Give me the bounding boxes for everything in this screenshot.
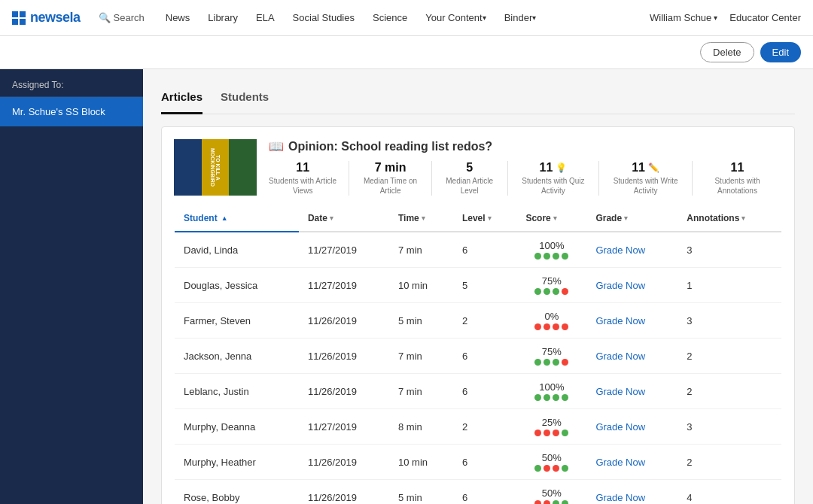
grade-now-link[interactable]: Grade Now	[595, 386, 645, 397]
dot-green	[553, 359, 559, 366]
cell-grade[interactable]: Grade Now	[586, 409, 678, 445]
tab-articles[interactable]: Articles	[161, 84, 202, 114]
cell-grade[interactable]: Grade Now	[586, 232, 678, 268]
grade-now-link[interactable]: Grade Now	[595, 492, 645, 503]
dot-green	[534, 394, 541, 401]
table-row: Douglas, Jessica11/27/201910 min575%Grad…	[175, 268, 782, 303]
article-title: 📖 Opinion: School reading list redos?	[269, 139, 782, 153]
score-percentage: 0%	[544, 311, 559, 322]
nav-educator-center[interactable]: Educator Center	[729, 12, 801, 23]
edit-button[interactable]: Edit	[760, 42, 801, 62]
logo[interactable]: newsela	[12, 10, 81, 26]
cell-student: Murphy, Deanna	[175, 409, 299, 445]
cell-level: 6	[453, 232, 516, 268]
th-student[interactable]: Student ▲	[175, 205, 299, 232]
cell-grade[interactable]: Grade Now	[586, 268, 678, 303]
cell-score: 50%	[516, 445, 586, 480]
cell-grade[interactable]: Grade Now	[586, 303, 678, 339]
delete-button[interactable]: Delete	[700, 42, 754, 62]
action-bar: Delete Edit	[0, 36, 813, 69]
table-row: Leblanc, Justin11/26/20197 min6100%Grade…	[175, 374, 782, 409]
quiz-icon: 💡	[556, 162, 567, 173]
tabs: Articles Students	[161, 84, 795, 114]
score-dots	[534, 288, 568, 295]
score-percentage: 50%	[542, 452, 562, 463]
dot-red	[553, 465, 559, 472]
filter-arrow-score: ▾	[553, 214, 557, 222]
dot-red	[534, 500, 541, 504]
th-grade[interactable]: Grade ▾	[586, 205, 678, 232]
grade-now-link[interactable]: Grade Now	[595, 315, 645, 326]
table-row: Murphy, Heather11/26/201910 min650%Grade…	[175, 445, 782, 480]
cell-score: 100%	[516, 232, 586, 268]
table-row: Farmer, Steven11/26/20195 min20%Grade No…	[175, 303, 782, 339]
th-score[interactable]: Score ▾	[516, 205, 586, 232]
students-table: Student ▲ Date ▾ Time	[174, 205, 782, 504]
dot-green	[544, 394, 550, 401]
cell-grade[interactable]: Grade Now	[586, 339, 678, 374]
search-button[interactable]: 🔍 Search	[93, 9, 151, 26]
nav-binder[interactable]: Binder	[495, 0, 546, 36]
cell-date: 11/26/2019	[299, 445, 389, 480]
grade-now-link[interactable]: Grade Now	[595, 457, 645, 468]
score-percentage: 100%	[539, 240, 564, 251]
score-dots	[534, 359, 568, 366]
cell-annotations: 2	[678, 374, 781, 409]
dot-red	[544, 465, 550, 472]
nav-user[interactable]: William Schue	[650, 12, 717, 23]
nav-your-content[interactable]: Your Content	[416, 0, 495, 36]
dot-green	[562, 500, 568, 504]
article-header: TO KILL A MOCKINGBIRD 📖 Opinion: School …	[174, 139, 782, 196]
article-info: 📖 Opinion: School reading list redos? 11…	[269, 139, 782, 196]
grade-now-link[interactable]: Grade Now	[595, 244, 645, 256]
cell-grade[interactable]: Grade Now	[586, 374, 678, 409]
cell-date: 11/27/2019	[299, 232, 389, 268]
score-percentage: 100%	[539, 381, 564, 393]
dot-green	[562, 465, 568, 472]
cell-grade[interactable]: Grade Now	[586, 480, 678, 505]
dot-red	[544, 323, 550, 330]
dot-green	[553, 394, 559, 401]
cell-student: Farmer, Steven	[175, 303, 299, 339]
cell-score: 25%	[516, 409, 586, 445]
dot-red	[534, 430, 541, 436]
score-dots	[534, 323, 568, 330]
nav-news[interactable]: News	[157, 0, 199, 36]
article-image: TO KILL A MOCKINGBIRD	[174, 139, 257, 196]
dot-red	[562, 288, 568, 295]
cell-score: 100%	[516, 374, 586, 409]
nav-science[interactable]: Science	[364, 0, 416, 36]
grade-now-link[interactable]: Grade Now	[595, 421, 645, 433]
table-body: David, Linda11/27/20197 min6100%Grade No…	[175, 232, 782, 504]
cell-student: Murphy, Heather	[175, 445, 299, 480]
filter-arrow-grade: ▾	[624, 214, 628, 222]
nav-actions: William Schue Educator Center	[650, 12, 801, 23]
dot-green	[553, 500, 559, 504]
th-annotations[interactable]: Annotations ▾	[678, 205, 781, 232]
nav-ela[interactable]: ELA	[247, 0, 284, 36]
cell-annotations: 3	[678, 303, 781, 339]
table-row: Murphy, Deanna11/27/20198 min225%Grade N…	[175, 409, 782, 445]
logo-text: newsela	[30, 10, 81, 26]
nav-social-studies[interactable]: Social Studies	[284, 0, 364, 36]
layout: Assigned To: Mr. Schue's SS Block Articl…	[0, 69, 813, 504]
grade-now-link[interactable]: Grade Now	[595, 351, 645, 362]
cell-grade[interactable]: Grade Now	[586, 445, 678, 480]
th-level[interactable]: Level ▾	[453, 205, 516, 232]
dot-green	[544, 359, 550, 366]
cell-student: Douglas, Jessica	[175, 268, 299, 303]
filter-arrow-annotations: ▾	[741, 214, 745, 222]
th-date[interactable]: Date ▾	[299, 205, 389, 232]
cell-annotations: 1	[678, 268, 781, 303]
nav-library[interactable]: Library	[199, 0, 247, 36]
cell-level: 6	[453, 445, 516, 480]
sidebar-item-ss-block[interactable]: Mr. Schue's SS Block	[0, 97, 143, 126]
score-dots	[534, 394, 568, 401]
grade-now-link[interactable]: Grade Now	[595, 280, 645, 291]
tab-students[interactable]: Students	[221, 84, 269, 114]
score-percentage: 75%	[542, 275, 562, 287]
score-dots	[534, 465, 568, 472]
th-time[interactable]: Time ▾	[389, 205, 453, 232]
dot-green	[534, 465, 541, 472]
dot-green	[553, 253, 559, 260]
